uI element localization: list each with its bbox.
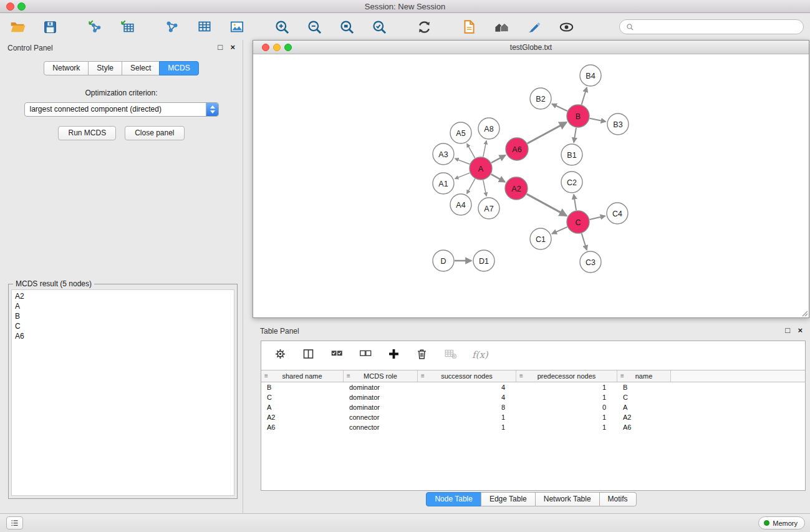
memory-button[interactable]: Memory bbox=[758, 516, 805, 530]
node-C1[interactable]: C1 bbox=[530, 228, 551, 249]
network-zoom-icon[interactable] bbox=[284, 44, 292, 51]
node-B[interactable]: B bbox=[567, 105, 589, 127]
cell-mcds-role[interactable]: dominator bbox=[344, 404, 418, 411]
tab-mcds[interactable]: MCDS bbox=[159, 61, 198, 75]
cell-mcds-role[interactable]: connector bbox=[344, 423, 418, 431]
home-view-button[interactable] bbox=[491, 16, 511, 37]
node-D[interactable]: D bbox=[433, 250, 454, 271]
cell-successor-nodes[interactable]: 8 bbox=[418, 404, 516, 411]
table-tab-motifs[interactable]: Motifs bbox=[599, 492, 637, 506]
node-C4[interactable]: C4 bbox=[607, 203, 628, 224]
cell-name[interactable]: A bbox=[617, 404, 671, 411]
table-tab-edge-table[interactable]: Edge Table bbox=[481, 492, 536, 506]
show-hide-button[interactable] bbox=[556, 16, 576, 37]
edge-A-A3[interactable] bbox=[455, 158, 470, 164]
edge-B-B4[interactable] bbox=[582, 87, 587, 105]
resize-grip-icon[interactable] bbox=[801, 310, 808, 317]
refresh-view-button[interactable] bbox=[414, 16, 434, 37]
node-A2[interactable]: A2 bbox=[505, 177, 528, 200]
export-image-button[interactable] bbox=[227, 16, 247, 37]
edge-A-A8[interactable] bbox=[483, 141, 486, 157]
table-tab-node-table[interactable]: Node Table bbox=[426, 492, 481, 506]
column-header-shared-name[interactable]: ≡shared name bbox=[261, 370, 344, 382]
delete-table-button[interactable] bbox=[443, 347, 457, 363]
close-panel-icon[interactable]: × bbox=[230, 43, 235, 52]
cell-successor-nodes[interactable]: 1 bbox=[418, 414, 516, 421]
node-A8[interactable]: A8 bbox=[478, 118, 499, 139]
cell-successor-nodes[interactable]: 4 bbox=[418, 394, 516, 401]
edge-B-B3[interactable] bbox=[590, 118, 606, 122]
network-graph[interactable]: B4B2BB3A5A8A6A3B1AC2A1A2A4A7C4CC1C3DD1 bbox=[253, 55, 809, 317]
table-row[interactable]: Bdominator41B bbox=[261, 382, 805, 392]
result-item-c[interactable]: C bbox=[15, 321, 231, 331]
cell-shared-name[interactable]: A bbox=[261, 404, 344, 411]
edge-A2-C[interactable] bbox=[527, 194, 567, 216]
node-A7[interactable]: A7 bbox=[478, 198, 499, 219]
edge-A-A2[interactable] bbox=[491, 174, 505, 181]
cell-mcds-role[interactable]: dominator bbox=[344, 384, 418, 391]
open-session-button[interactable] bbox=[7, 16, 27, 37]
edge-A-A6[interactable] bbox=[491, 155, 506, 163]
edge-C-C1[interactable] bbox=[552, 227, 567, 234]
node-A3[interactable]: A3 bbox=[433, 143, 454, 165]
save-session-button[interactable] bbox=[40, 16, 60, 37]
add-column-button[interactable] bbox=[387, 347, 400, 363]
search-input[interactable] bbox=[638, 22, 797, 32]
node-A6[interactable]: A6 bbox=[506, 138, 528, 160]
node-C2[interactable]: C2 bbox=[561, 172, 582, 193]
column-header-mcds-role[interactable]: ≡MCDS role bbox=[344, 370, 418, 382]
search-box[interactable] bbox=[619, 19, 804, 34]
result-item-b[interactable]: B bbox=[15, 311, 231, 321]
cell-shared-name[interactable]: A2 bbox=[261, 414, 344, 421]
cell-shared-name[interactable]: B bbox=[261, 384, 344, 391]
network-window-titlebar[interactable]: testGlobe.txt bbox=[253, 41, 809, 54]
table-row[interactable]: A2connector11A2 bbox=[261, 412, 805, 422]
table-row[interactable]: Cdominator41C bbox=[261, 392, 805, 402]
edge-C-C3[interactable] bbox=[582, 233, 587, 250]
edge-A-A1[interactable] bbox=[455, 173, 470, 179]
edge-C-C2[interactable] bbox=[574, 195, 576, 210]
dropdown-stepper-icon[interactable] bbox=[206, 103, 218, 116]
new-table-button[interactable] bbox=[195, 16, 215, 37]
cell-name[interactable]: A2 bbox=[617, 414, 671, 421]
cell-predecessor-nodes[interactable]: 1 bbox=[516, 414, 617, 421]
network-minimize-icon[interactable] bbox=[273, 44, 281, 51]
cell-predecessor-nodes[interactable]: 1 bbox=[516, 394, 617, 401]
table-settings-button[interactable] bbox=[274, 347, 287, 363]
float-table-panel-icon[interactable]: □ bbox=[785, 326, 790, 335]
table-row[interactable]: Adominator80A bbox=[261, 402, 805, 412]
result-item-a2[interactable]: A2 bbox=[15, 291, 231, 301]
network-canvas[interactable]: B4B2BB3A5A8A6A3B1AC2A1A2A4A7C4CC1C3DD1 bbox=[253, 55, 809, 317]
node-A4[interactable]: A4 bbox=[450, 194, 471, 215]
node-C3[interactable]: C3 bbox=[580, 251, 601, 273]
cell-mcds-role[interactable]: connector bbox=[344, 414, 418, 421]
cell-predecessor-nodes[interactable]: 1 bbox=[516, 423, 617, 431]
function-builder-button[interactable]: f(x) bbox=[472, 349, 488, 360]
optimization-dropdown[interactable]: largest connected component (directed) bbox=[24, 102, 219, 117]
cell-successor-nodes[interactable]: 1 bbox=[418, 423, 516, 431]
tab-network[interactable]: Network bbox=[44, 61, 89, 75]
run-mcds-button[interactable]: Run MCDS bbox=[58, 126, 116, 140]
node-A1[interactable]: A1 bbox=[433, 173, 454, 194]
node-B4[interactable]: B4 bbox=[580, 65, 601, 86]
table-row[interactable]: A6connector11A6 bbox=[261, 422, 805, 432]
edge-A6-B[interactable] bbox=[528, 122, 567, 143]
show-columns-button[interactable] bbox=[302, 347, 315, 363]
cell-successor-nodes[interactable]: 4 bbox=[418, 384, 516, 391]
edge-A-A5[interactable] bbox=[467, 143, 475, 158]
node-B2[interactable]: B2 bbox=[530, 88, 551, 109]
import-table-button[interactable] bbox=[117, 16, 137, 37]
node-D1[interactable]: D1 bbox=[473, 250, 494, 271]
result-item-a[interactable]: A bbox=[15, 301, 231, 311]
cell-name[interactable]: C bbox=[617, 394, 671, 401]
cell-predecessor-nodes[interactable]: 1 bbox=[516, 384, 617, 391]
zoom-fit-button[interactable] bbox=[337, 16, 357, 37]
zoom-window-button[interactable] bbox=[17, 2, 26, 11]
select-all-button[interactable] bbox=[330, 347, 344, 363]
table-tab-network-table[interactable]: Network Table bbox=[535, 492, 600, 506]
node-B1[interactable]: B1 bbox=[561, 144, 582, 165]
edge-C-C4[interactable] bbox=[590, 216, 605, 220]
tab-style[interactable]: Style bbox=[88, 61, 122, 75]
new-network-button[interactable] bbox=[162, 16, 182, 37]
unselect-all-button[interactable] bbox=[359, 347, 372, 363]
